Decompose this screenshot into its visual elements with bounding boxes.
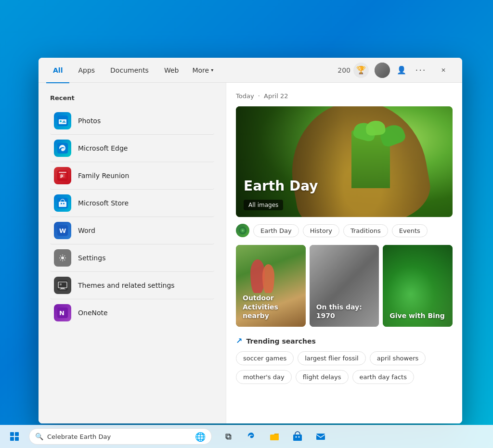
svg-point-2 <box>60 120 62 122</box>
more-label: More <box>192 66 209 74</box>
app-name-word: Word <box>78 227 95 234</box>
tab-web[interactable]: Web <box>157 64 186 77</box>
svg-rect-20 <box>61 288 65 289</box>
title-bar: All Apps Documents Web More ▾ 200 🏆 � <box>39 58 462 83</box>
recent-label: Recent <box>50 94 214 102</box>
person-button[interactable]: 👤 <box>394 63 409 78</box>
list-item[interactable]: Settings <box>50 244 214 272</box>
chip-traditions-label: Traditions <box>350 227 381 234</box>
close-icon: ✕ <box>441 67 446 74</box>
chip-flight-label: flight delays <box>303 373 341 381</box>
trending-chips-row2: mother's day flight delays earth day fac… <box>236 370 453 384</box>
left-panel: Recent Photos <box>39 83 226 423</box>
app-name-edge: Microsoft Edge <box>78 144 128 152</box>
card-givewithbing-text: Give with Bing <box>389 312 445 320</box>
chip-earthfacts[interactable]: earth day facts <box>352 370 414 384</box>
taskbar-task-view[interactable]: ⧉ <box>218 426 239 447</box>
svg-point-17 <box>61 256 64 259</box>
chip-mothers[interactable]: mother's day <box>236 370 292 384</box>
taskbar-search-icon: 🔍 <box>35 433 43 440</box>
chevron-down-icon: ▾ <box>211 67 213 73</box>
chip-history[interactable]: History <box>303 224 339 237</box>
trophy-icon[interactable]: 🏆 <box>353 63 369 78</box>
list-item[interactable]: Microsoft Store <box>50 190 214 217</box>
chip-history-label: History <box>310 227 332 234</box>
search-window: All Apps Documents Web More ▾ 200 🏆 � <box>39 58 462 423</box>
list-item[interactable]: Themes and related settings <box>50 272 214 299</box>
ellipsis-icon: ··· <box>415 65 426 75</box>
taskbar-mail[interactable] <box>310 426 331 447</box>
avatar[interactable] <box>375 63 390 78</box>
more-options-button[interactable]: ··· <box>413 63 428 78</box>
card-givewithbing-label: Give with Bing <box>389 311 445 320</box>
desktop: All Apps Documents Web More ▾ 200 🏆 � <box>0 0 493 448</box>
list-item[interactable]: Photos <box>50 107 214 135</box>
store-icon <box>54 194 71 212</box>
chip-earthday[interactable]: Earth Day <box>253 224 299 237</box>
chip-flight[interactable]: flight delays <box>296 370 349 384</box>
svg-rect-28 <box>293 435 302 441</box>
svg-text:P: P <box>60 175 63 179</box>
edge-icon <box>54 140 71 157</box>
tab-more[interactable]: More ▾ <box>187 64 218 77</box>
taskbar-file-explorer[interactable] <box>264 426 285 447</box>
card-onthisday[interactable]: On this day: 1970 <box>310 245 379 327</box>
date-value: April 22 <box>264 92 288 100</box>
card-givewithbing[interactable]: Give with Bing <box>383 245 453 327</box>
chip-april-label: april showers <box>377 355 419 362</box>
tab-all[interactable]: All <box>46 64 69 77</box>
hero-badge[interactable]: All images <box>244 200 283 210</box>
photos-icon <box>54 112 71 129</box>
list-item[interactable]: P Family Reunion <box>50 162 214 190</box>
family-reunion-icon: P <box>54 167 71 184</box>
themes-icon <box>54 277 71 294</box>
chip-soccer[interactable]: soccer games <box>236 351 294 365</box>
chip-fossil-label: largest flier fossil <box>305 355 359 362</box>
person-icon: 👤 <box>397 65 406 75</box>
chip-soccer-label: soccer games <box>243 355 286 362</box>
taskbar-icons: ⧉ <box>218 426 331 447</box>
taskbar-edge[interactable] <box>241 426 262 447</box>
trending-header-label: Trending searches <box>246 337 315 345</box>
hero-badge-label: All images <box>248 202 278 208</box>
app-name-settings: Settings <box>78 254 105 262</box>
start-sq-4 <box>15 437 19 441</box>
hero-card[interactable]: Earth Day All images <box>236 106 453 217</box>
chip-events[interactable]: Events <box>392 224 428 237</box>
taskbar-search-text: Celebrate Earth Day <box>47 433 191 440</box>
svg-point-26 <box>242 230 244 231</box>
card-onthisday-text: On this day: 1970 <box>316 303 362 320</box>
list-item[interactable]: Microsoft Edge <box>50 135 214 162</box>
date-today-label: Today <box>236 92 254 100</box>
svg-text:W: W <box>59 227 66 234</box>
date-header: Today · April 22 <box>236 92 453 100</box>
tab-apps[interactable]: Apps <box>71 64 102 77</box>
trending-section: ↗ Trending searches soccer games largest… <box>236 336 453 384</box>
start-sq-2 <box>15 432 19 436</box>
chip-traditions[interactable]: Traditions <box>343 224 388 237</box>
chip-mothers-label: mother's day <box>243 373 285 381</box>
taskbar-search[interactable]: 🔍 Celebrate Earth Day 🌐 <box>29 428 212 445</box>
chip-fossil[interactable]: largest flier fossil <box>298 351 366 365</box>
trending-icon: ↗ <box>236 336 242 346</box>
trending-chips-row1: soccer games largest flier fossil april … <box>236 351 453 365</box>
tab-documents[interactable]: Documents <box>104 64 156 77</box>
trending-header: ↗ Trending searches <box>236 336 453 346</box>
title-bar-actions: 200 🏆 👤 ··· ✕ <box>337 63 454 78</box>
list-item[interactable]: W Word <box>50 217 214 244</box>
app-name-store: Microsoft Store <box>78 199 129 207</box>
date-separator: · <box>258 92 260 100</box>
app-name-family: Family Reunion <box>78 172 129 179</box>
card-outdoor[interactable]: Outdoor Activities nearby <box>236 245 306 327</box>
chip-april[interactable]: april showers <box>370 351 426 365</box>
svg-rect-27 <box>270 435 279 440</box>
onenote-icon: N <box>54 304 71 321</box>
list-item[interactable]: N OneNote <box>50 299 214 326</box>
close-button[interactable]: ✕ <box>432 63 454 78</box>
start-button[interactable] <box>4 426 25 447</box>
svg-point-30 <box>298 436 300 438</box>
taskbar-store[interactable] <box>287 426 308 447</box>
card-outdoor-line1: Outdoor <box>243 294 274 302</box>
svg-text:N: N <box>59 309 65 317</box>
start-sq-3 <box>10 437 14 441</box>
